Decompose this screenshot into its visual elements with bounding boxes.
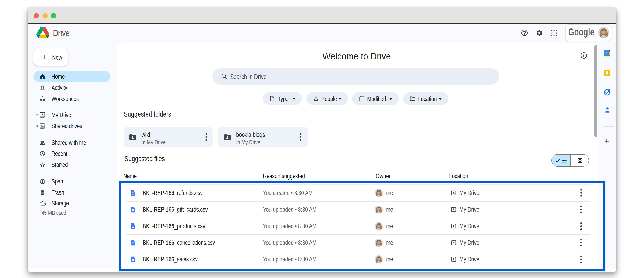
svg-text:31: 31 <box>604 51 608 55</box>
